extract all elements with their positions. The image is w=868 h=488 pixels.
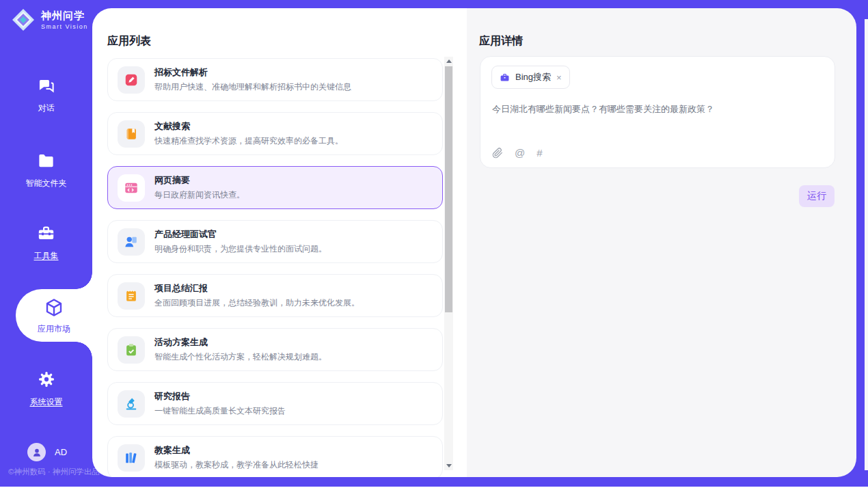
app-card-tender-analysis[interactable]: 招标文件解析 帮助用户快速、准确地理解和解析招标书中的关键信息 <box>107 58 443 101</box>
clipboard-check-icon <box>118 336 145 364</box>
app-window: 神州问学 Smart Vision 对话 智能文件夹 工具集 应用市场 <box>0 0 868 488</box>
app-card-research-report[interactable]: 研究报告 一键智能生成高质量长文本研究报告 <box>107 382 443 425</box>
app-name: 研究报告 <box>154 390 286 403</box>
folder-icon <box>37 152 55 170</box>
sidebar-item-toolset[interactable]: 工具集 <box>0 224 92 262</box>
app-list-title: 应用列表 <box>107 34 151 49</box>
app-card-project-summary[interactable]: 项目总结汇报 全面回顾项目进展，总结经验教训，助力未来优化发展。 <box>107 274 443 317</box>
sidebar-item-label: 应用市场 <box>16 323 92 335</box>
app-name: 项目总结汇报 <box>154 282 360 295</box>
app-detail-panel: 应用详情 Bing搜索 × 今日湖北有哪些新闻要点？有哪些需要关注的最新政策？ <box>467 8 856 477</box>
copyright-footer: ©神州数码 · 神州问学出品 <box>8 467 100 477</box>
sidebar-item-app-market[interactable]: 应用市场 <box>16 289 92 342</box>
app-desc: 智能生成个性化活动方案，轻松解决规划难题。 <box>154 351 327 363</box>
interviewer-icon <box>118 228 145 256</box>
app-desc: 模板驱动，教案秒成，教学准备从此轻松快捷 <box>154 459 318 471</box>
app-card-activity-plan[interactable]: 活动方案生成 智能生成个性化活动方案，轻松解决规划难题。 <box>107 328 443 371</box>
sidebar-item-label: 对话 <box>0 103 92 114</box>
chip-close-icon[interactable]: × <box>556 73 562 82</box>
app-name: 招标文件解析 <box>154 66 351 79</box>
query-textarea[interactable]: 今日湖北有哪些新闻要点？有哪些需要关注的最新政策？ <box>492 103 824 116</box>
attachment-toolbar: @ # <box>492 147 543 159</box>
prompt-input-card[interactable]: Bing搜索 × 今日湖北有哪些新闻要点？有哪些需要关注的最新政策？ @ # <box>480 56 835 168</box>
books-icon <box>118 444 145 472</box>
webpage-icon <box>118 174 145 202</box>
brand-logo: 神州问学 Smart Vision <box>11 8 88 32</box>
app-card-pm-interviewer[interactable]: 产品经理面试官 明确身份和职责，为您提供专业性的面试问题。 <box>107 220 443 263</box>
microscope-icon <box>118 390 145 418</box>
sidebar-item-settings[interactable]: 系统设置 <box>0 370 92 408</box>
app-detail-title: 应用详情 <box>479 34 523 49</box>
gear-icon <box>37 370 56 389</box>
book-icon <box>118 120 145 148</box>
app-desc: 明确身份和职责，为您提供专业性的面试问题。 <box>154 243 327 255</box>
app-card-lesson-plan[interactable]: 教案生成 模板驱动，教案秒成，教学准备从此轻松快捷 <box>107 436 443 477</box>
app-name: 教案生成 <box>154 444 318 457</box>
app-list-panel: 应用列表 招标文件解析 帮助用户快速、准确地理解和解析招标书中的关键信息 <box>92 8 467 477</box>
app-desc: 一键智能生成高质量长文本研究报告 <box>154 405 286 417</box>
sidebar-item-label: 智能文件夹 <box>0 178 92 189</box>
diamond-logo-icon <box>11 8 36 32</box>
tool-chip-label: Bing搜索 <box>515 71 551 83</box>
paperclip-icon[interactable] <box>492 148 503 159</box>
user-account[interactable]: AD <box>27 443 67 461</box>
toolbox-icon <box>37 224 55 243</box>
app-card-literature-search[interactable]: 文献搜索 快速精准查找学术资源，提高研究效率的必备工具。 <box>107 112 443 155</box>
tool-chip-bing-search[interactable]: Bing搜索 × <box>491 66 570 89</box>
cube-icon <box>44 297 64 318</box>
app-desc: 帮助用户快速、准确地理解和解析招标书中的关键信息 <box>154 81 351 93</box>
sidebar-item-label: 系统设置 <box>0 396 92 408</box>
app-name: 活动方案生成 <box>154 336 327 349</box>
scroll-up-icon[interactable] <box>444 57 453 66</box>
person-icon <box>31 447 42 458</box>
scroll-down-icon[interactable] <box>444 461 453 470</box>
sidebar-item-label: 工具集 <box>0 250 92 262</box>
user-initials: AD <box>55 447 67 457</box>
sidebar-item-chat[interactable]: 对话 <box>0 77 92 114</box>
run-button[interactable]: 运行 <box>799 185 835 207</box>
app-name: 文献搜索 <box>154 120 343 133</box>
scrollbar-thumb[interactable] <box>445 66 452 312</box>
app-card-list: 招标文件解析 帮助用户快速、准确地理解和解析招标书中的关键信息 文献搜索 <box>107 58 443 477</box>
chat-icon <box>37 77 55 95</box>
main-content: 应用列表 招标文件解析 帮助用户快速、准确地理解和解析招标书中的关键信息 <box>92 8 856 477</box>
app-desc: 每日政府新闻资讯快查。 <box>154 189 245 201</box>
sidebar-item-smart-folder[interactable]: 智能文件夹 <box>0 152 92 189</box>
app-card-webpage-summary[interactable]: 网页摘要 每日政府新闻资讯快查。 <box>107 166 443 209</box>
brand-subtitle: Smart Vision <box>41 23 88 30</box>
app-name: 网页摘要 <box>154 174 245 187</box>
mention-icon[interactable]: @ <box>515 147 525 159</box>
hash-icon[interactable]: # <box>537 147 542 159</box>
notepad-icon <box>118 282 145 310</box>
list-scrollbar[interactable] <box>444 57 453 470</box>
app-desc: 全面回顾项目进展，总结经验教训，助力未来优化发展。 <box>154 297 360 309</box>
app-name: 产品经理面试官 <box>154 228 327 241</box>
brand-name: 神州问学 <box>41 10 88 23</box>
tender-edit-icon <box>118 66 145 94</box>
briefcase-icon <box>500 72 510 83</box>
avatar <box>27 443 46 461</box>
window-edge <box>865 19 868 470</box>
app-desc: 快速精准查找学术资源，提高研究效率的必备工具。 <box>154 135 343 147</box>
